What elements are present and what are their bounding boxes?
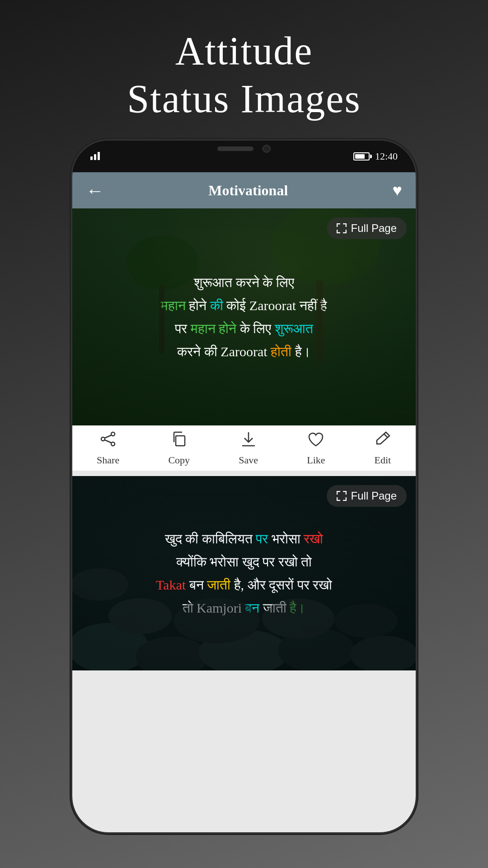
svg-rect-2 [98,152,100,160]
full-page-button-2[interactable]: Full Page [327,485,407,507]
svg-rect-0 [90,156,93,160]
svg-point-25 [124,568,201,610]
svg-rect-12 [176,436,185,446]
quote-card-2: खुद की काबिलियत पर भरोसा रखो क्योंकि भरो… [72,476,416,670]
share-icon [99,430,117,452]
edit-icon [374,430,391,452]
status-bar: 12:40 [72,141,416,172]
like-button[interactable]: Like [307,430,325,466]
page-title-area: Attitude Status Images [127,27,361,123]
share-button[interactable]: Share [97,430,119,466]
like-label: Like [307,454,325,466]
app-bar: ← Motivational ♥ [72,172,416,208]
camera [263,145,271,153]
svg-point-22 [262,599,334,638]
svg-rect-6 [159,285,164,353]
copy-label: Copy [168,454,190,466]
svg-line-11 [105,440,112,443]
battery-icon [353,152,370,160]
svg-point-9 [111,442,115,446]
svg-line-14 [384,434,388,438]
page-title: Attitude Status Images [127,27,361,123]
signal-icon [90,150,103,163]
svg-line-10 [105,435,112,439]
svg-rect-1 [94,154,96,160]
speaker [217,146,253,151]
like-icon [307,430,324,452]
action-bar-1: Share Copy [72,425,416,471]
svg-point-19 [350,636,416,670]
save-icon [240,430,257,452]
share-label: Share [97,454,119,466]
screen-content: शुरूआत करने के लिए महान होने की कोई Zaro… [72,208,416,832]
back-button[interactable]: ← [86,180,104,201]
svg-point-24 [72,568,129,601]
save-button[interactable]: Save [239,430,258,466]
time-display: 12:40 [375,151,398,162]
full-page-button-1[interactable]: Full Page [327,217,407,239]
quote-image-1: शुरूआत करने के लिए महान होने की कोई Zaro… [72,208,416,425]
favorite-button[interactable]: ♥ [393,181,402,200]
svg-point-8 [101,437,105,441]
svg-rect-4 [316,281,323,362]
svg-point-7 [111,432,115,436]
app-bar-title: Motivational [208,182,288,199]
edit-label: Edit [375,454,391,466]
status-right: 12:40 [353,151,398,162]
svg-point-5 [127,236,199,290]
notch [199,141,289,157]
edit-button[interactable]: Edit [374,430,391,466]
quote-image-2: खुद की काबिलियत पर भरोसा रखो क्योंकि भरो… [72,476,416,670]
svg-point-23 [334,604,398,638]
phone-frame: 12:40 ← Motivational ♥ शुरूआ [72,141,416,832]
save-label: Save [239,454,258,466]
quote-card-1: शुरूआत करने के लिए महान होने की कोई Zaro… [72,208,416,471]
quote-background-1: शुरूआत करने के लिए महान होने की कोई Zaro… [72,208,416,425]
copy-icon [170,430,188,452]
copy-button[interactable]: Copy [168,430,190,466]
